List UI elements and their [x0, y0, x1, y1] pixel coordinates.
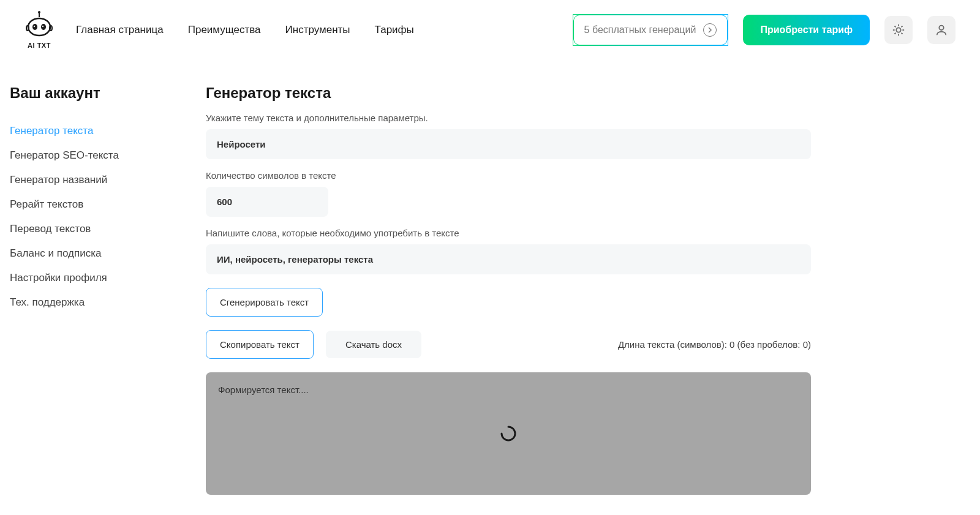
sidebar-item-translate[interactable]: Перевод текстов	[10, 217, 181, 241]
profile-button[interactable]	[927, 16, 956, 44]
chevron-right-icon	[703, 23, 717, 37]
svg-point-3	[32, 24, 37, 30]
sun-icon	[892, 23, 905, 37]
logo-text: AI TXT	[28, 42, 51, 49]
page-title: Генератор текста	[206, 85, 811, 102]
length-indicator: Длина текста (символов): 0 (без пробелов…	[618, 339, 811, 350]
svg-line-15	[902, 33, 903, 34]
sidebar: Ваш аккаунт Генератор текста Генератор S…	[10, 85, 181, 495]
words-input[interactable]	[206, 244, 811, 274]
buy-tariff-button[interactable]: Приобрести тариф	[743, 15, 870, 45]
main: Ваш аккаунт Генератор текста Генератор S…	[0, 60, 980, 495]
theme-toggle-button[interactable]	[884, 16, 913, 44]
nav-link-home[interactable]: Главная страница	[76, 24, 164, 36]
free-generations-button[interactable]: 5 бесплатных генераций	[573, 14, 729, 46]
generate-row: Сгенерировать текст	[206, 288, 811, 317]
topic-label: Укажите тему текста и дополнительные пар…	[206, 113, 811, 123]
content: Генератор текста Укажите тему текста и д…	[206, 85, 970, 495]
words-label: Напишите слова, которые необходимо употр…	[206, 228, 811, 238]
download-docx-button[interactable]: Скачать docx	[326, 331, 421, 358]
output-box: Формируется текст....	[206, 372, 811, 495]
sidebar-title: Ваш аккаунт	[10, 85, 181, 102]
user-icon	[935, 23, 948, 37]
chars-label: Количество символов в тексте	[206, 170, 811, 181]
sidebar-item-support[interactable]: Тех. поддержка	[10, 290, 181, 315]
actions-row: Скопировать текст Скачать docx Длина тек…	[206, 330, 811, 359]
nav-link-pricing[interactable]: Тарифы	[375, 24, 414, 36]
svg-point-4	[41, 24, 46, 30]
logo-icon	[24, 11, 54, 40]
free-generations-label: 5 бесплатных генераций	[584, 24, 696, 36]
svg-line-14	[894, 26, 895, 27]
copy-button[interactable]: Скопировать текст	[206, 330, 314, 359]
svg-point-9	[896, 28, 900, 32]
svg-point-1	[38, 11, 40, 13]
nav: Главная страница Преимущества Инструмент…	[76, 24, 414, 36]
topic-input[interactable]	[206, 129, 811, 159]
svg-line-17	[902, 26, 903, 27]
sidebar-item-rewrite[interactable]: Рерайт текстов	[10, 192, 181, 217]
sidebar-item-profile-settings[interactable]: Настройки профиля	[10, 266, 181, 290]
sidebar-item-balance[interactable]: Баланс и подписка	[10, 241, 181, 266]
logo[interactable]: AI TXT	[24, 11, 54, 49]
header: AI TXT Главная страница Преимущества Инс…	[0, 0, 980, 60]
sidebar-item-seo-generator[interactable]: Генератор SEO-текста	[10, 143, 181, 168]
loading-spinner-icon	[500, 425, 517, 442]
output-placeholder: Формируется текст....	[218, 385, 309, 395]
svg-line-16	[894, 33, 895, 34]
nav-link-tools[interactable]: Инструменты	[285, 24, 350, 36]
nav-link-advantages[interactable]: Преимущества	[188, 24, 261, 36]
svg-point-2	[28, 18, 50, 36]
generate-button[interactable]: Сгенерировать текст	[206, 288, 323, 317]
svg-point-6	[42, 26, 43, 27]
svg-point-5	[34, 26, 35, 27]
svg-point-18	[939, 26, 943, 30]
sidebar-item-text-generator[interactable]: Генератор текста	[10, 119, 181, 143]
chars-input[interactable]	[206, 187, 328, 217]
sidebar-item-title-generator[interactable]: Генератор названий	[10, 168, 181, 192]
